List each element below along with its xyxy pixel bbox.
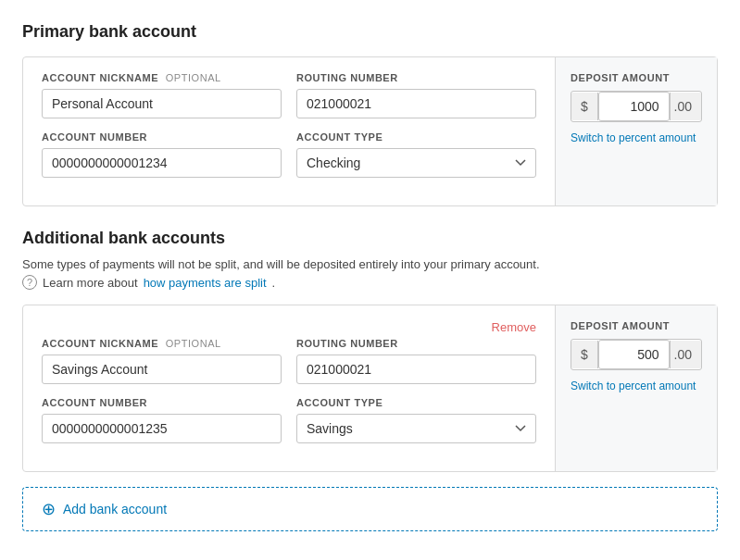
additional-nickname-label-text: ACCOUNT NICKNAME xyxy=(42,338,158,349)
primary-deposit-cents: .00 xyxy=(670,93,701,120)
primary-nickname-optional: OPTIONAL xyxy=(166,72,221,83)
additional-acct-number-label: ACCOUNT NUMBER xyxy=(42,397,282,408)
additional-deposit-input-row: $ .00 xyxy=(571,339,702,370)
primary-acct-number-group: ACCOUNT NUMBER xyxy=(42,131,282,178)
additional-nickname-label: ACCOUNT NICKNAME OPTIONAL xyxy=(42,338,282,349)
primary-acct-number-label: ACCOUNT NUMBER xyxy=(42,131,282,143)
add-icon: ⊕ xyxy=(42,501,56,517)
additional-deposit-label: DEPOSIT AMOUNT xyxy=(571,320,670,331)
additional-acct-number-input[interactable] xyxy=(42,414,282,443)
additional-nickname-input[interactable] xyxy=(42,355,282,384)
additional-nickname-optional: OPTIONAL xyxy=(166,338,221,349)
additional-routing-group: ROUTING NUMBER xyxy=(296,338,536,384)
remove-row: Remove xyxy=(42,320,536,334)
additional-section-title: Additional bank accounts xyxy=(22,229,718,248)
learn-suffix: . xyxy=(272,276,276,290)
add-bank-account-button[interactable]: ⊕ Add bank account xyxy=(22,487,718,531)
primary-row-1: ACCOUNT NICKNAME OPTIONAL ROUTING NUMBER xyxy=(42,72,536,118)
primary-routing-label: ROUTING NUMBER xyxy=(296,72,536,83)
primary-deposit-amount-input[interactable] xyxy=(598,92,670,121)
additional-routing-input[interactable] xyxy=(296,355,536,384)
additional-deposit-panel: DEPOSIT AMOUNT $ .00 Switch to percent a… xyxy=(555,305,717,471)
learn-more-row: ? Learn more about how payments are spli… xyxy=(22,275,718,290)
primary-row-2: ACCOUNT NUMBER ACCOUNT TYPE Checking Sav… xyxy=(42,131,536,178)
additional-acct-type-label: ACCOUNT TYPE xyxy=(296,397,536,408)
primary-acct-type-group: ACCOUNT TYPE Checking Savings xyxy=(296,131,536,178)
additional-acct-type-select[interactable]: Checking Savings xyxy=(296,414,536,443)
primary-nickname-label-text: ACCOUNT NICKNAME xyxy=(42,72,158,83)
additional-switch-to-percent-link[interactable]: Switch to percent amount xyxy=(571,380,696,392)
primary-deposit-label: DEPOSIT AMOUNT xyxy=(571,72,670,83)
learn-prefix: Learn more about xyxy=(43,276,138,290)
additional-account-card: Remove ACCOUNT NICKNAME OPTIONAL ROUTING… xyxy=(22,305,718,472)
additional-acct-type-group: ACCOUNT TYPE Checking Savings xyxy=(296,397,536,443)
primary-switch-to-percent-link[interactable]: Switch to percent amount xyxy=(571,131,696,144)
additional-nickname-group: ACCOUNT NICKNAME OPTIONAL xyxy=(42,338,282,384)
primary-acct-type-select[interactable]: Checking Savings xyxy=(296,148,536,178)
additional-deposit-amount-input[interactable] xyxy=(598,340,670,369)
primary-fields: ACCOUNT NICKNAME OPTIONAL ROUTING NUMBER… xyxy=(23,57,555,205)
primary-routing-group: ROUTING NUMBER xyxy=(296,72,536,118)
primary-nickname-group: ACCOUNT NICKNAME OPTIONAL xyxy=(42,72,282,118)
additional-deposit-cents: .00 xyxy=(670,341,701,368)
primary-routing-input[interactable] xyxy=(296,89,536,118)
additional-row-1: ACCOUNT NICKNAME OPTIONAL ROUTING NUMBER xyxy=(42,338,536,384)
primary-nickname-input[interactable] xyxy=(42,89,282,118)
remove-button[interactable]: Remove xyxy=(492,320,536,334)
primary-deposit-panel: DEPOSIT AMOUNT $ .00 Switch to percent a… xyxy=(555,57,717,205)
learn-link[interactable]: how payments are split xyxy=(144,276,267,290)
additional-deposit-symbol: $ xyxy=(571,341,598,368)
additional-routing-label: ROUTING NUMBER xyxy=(296,338,536,349)
additional-info-text: Some types of payments will not be split… xyxy=(22,257,718,271)
additional-row-2: ACCOUNT NUMBER ACCOUNT TYPE Checking Sav… xyxy=(42,397,536,443)
add-bank-account-label: Add bank account xyxy=(63,502,167,516)
primary-acct-number-input[interactable] xyxy=(42,148,282,178)
additional-section: Additional bank accounts Some types of p… xyxy=(22,229,718,531)
primary-nickname-label: ACCOUNT NICKNAME OPTIONAL xyxy=(42,72,282,83)
additional-acct-number-group: ACCOUNT NUMBER xyxy=(42,397,282,443)
primary-deposit-input-row: $ .00 xyxy=(571,91,702,122)
primary-section-title: Primary bank account xyxy=(22,22,718,42)
primary-acct-type-label: ACCOUNT TYPE xyxy=(296,131,536,143)
primary-account-card: ACCOUNT NICKNAME OPTIONAL ROUTING NUMBER… xyxy=(22,56,718,206)
additional-fields: Remove ACCOUNT NICKNAME OPTIONAL ROUTING… xyxy=(23,305,555,471)
primary-deposit-symbol: $ xyxy=(571,93,598,120)
info-icon[interactable]: ? xyxy=(22,275,37,290)
